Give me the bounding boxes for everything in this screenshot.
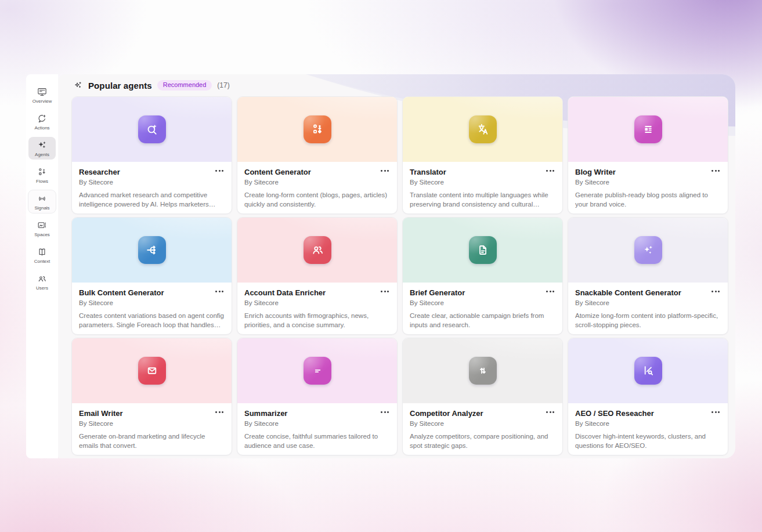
agent-card-researcher[interactable]: Researcher By Sitecore Advanced market r… bbox=[71, 96, 232, 214]
agent-card-translator[interactable]: Translator By Sitecore Translate content… bbox=[402, 96, 563, 214]
card-menu-button[interactable] bbox=[380, 168, 390, 173]
card-title: Content Generator bbox=[244, 168, 311, 177]
card-publisher: By Sitecore bbox=[79, 420, 225, 427]
card-description: Creates content variations based on agen… bbox=[79, 312, 225, 330]
agent-card-snackable-content-generator[interactable]: Snackable Content Generator By Sitecore … bbox=[568, 217, 728, 335]
card-publisher: By Sitecore bbox=[244, 420, 390, 427]
arrows-up-down-icon bbox=[475, 363, 490, 378]
agent-icon-tile bbox=[634, 357, 662, 385]
flow-nodes-icon bbox=[37, 167, 48, 178]
card-body: Bulk Content Generator By Sitecore Creat… bbox=[72, 283, 232, 335]
agent-card-blog-writer[interactable]: Blog Writer By Sitecore Generate publish… bbox=[568, 96, 728, 214]
card-description: Generate on-brand marketing and lifecycl… bbox=[79, 432, 225, 450]
card-title: Competitor Analyzer bbox=[410, 410, 483, 418]
sidebar-item-label: Context bbox=[34, 259, 50, 264]
document-icon bbox=[475, 243, 490, 258]
search-sparkle-icon bbox=[145, 122, 160, 137]
agent-card-email-writer[interactable]: Email Writer By Sitecore Generate on-bra… bbox=[71, 338, 232, 455]
card-publisher: By Sitecore bbox=[79, 179, 225, 186]
card-menu-button[interactable] bbox=[545, 168, 555, 173]
sidebar-item-agents[interactable]: Agents bbox=[28, 137, 56, 160]
sparkles-icon bbox=[37, 140, 48, 151]
agent-icon-tile bbox=[138, 357, 166, 385]
card-menu-button[interactable] bbox=[214, 289, 225, 294]
card-menu-button[interactable] bbox=[380, 289, 390, 294]
card-banner bbox=[237, 338, 397, 403]
card-publisher: By Sitecore bbox=[575, 179, 721, 186]
broadcast-icon bbox=[37, 193, 48, 204]
fan-out-icon bbox=[145, 243, 160, 258]
card-description: Create clear, actionable campaign briefs… bbox=[410, 312, 555, 330]
sidebar-item-label: Agents bbox=[35, 153, 49, 157]
workflow-icon bbox=[310, 122, 325, 137]
sidebar-item-label: Overview bbox=[32, 99, 52, 104]
card-description: Analyze competitors, compare positioning… bbox=[410, 432, 555, 450]
card-title: AEO / SEO Reseacher bbox=[575, 410, 654, 418]
card-body: Brief Generator By Sitecore Create clear… bbox=[403, 283, 562, 335]
translate-icon bbox=[475, 122, 490, 137]
card-title: Blog Writer bbox=[575, 168, 616, 177]
agent-icon-tile bbox=[469, 236, 497, 264]
agent-card-bulk-content-generator[interactable]: Bulk Content Generator By Sitecore Creat… bbox=[71, 217, 232, 335]
agent-icon-tile bbox=[634, 236, 662, 264]
agent-card-account-data-enricher[interactable]: Account Data Enricher By Sitecore Enrich… bbox=[237, 217, 398, 335]
agent-card-summarizer[interactable]: Summarizer By Sitecore Create concise, f… bbox=[237, 338, 398, 455]
agent-card-brief-generator[interactable]: Brief Generator By Sitecore Create clear… bbox=[402, 217, 563, 335]
agent-icon-tile bbox=[634, 115, 662, 143]
card-body: AEO / SEO Reseacher By Sitecore Discover… bbox=[568, 403, 728, 455]
agent-card-competitor-analyzer[interactable]: Competitor Analyzer By Sitecore Analyze … bbox=[402, 338, 563, 455]
sidebar-item-actions[interactable]: Actions bbox=[28, 110, 56, 133]
card-publisher: By Sitecore bbox=[244, 179, 390, 186]
card-title: Account Data Enricher bbox=[244, 289, 326, 298]
card-body: Email Writer By Sitecore Generate on-bra… bbox=[72, 403, 232, 455]
agents-grid: Researcher By Sitecore Advanced market r… bbox=[58, 91, 735, 455]
sidebar-item-flows[interactable]: Flows bbox=[28, 164, 56, 186]
card-menu-button[interactable] bbox=[380, 410, 390, 415]
card-title: Translator bbox=[410, 168, 446, 177]
agents-count: (17) bbox=[217, 81, 229, 89]
sidebar-item-label: Users bbox=[36, 286, 48, 291]
seo-research-icon bbox=[641, 363, 656, 378]
card-banner bbox=[72, 338, 232, 403]
card-banner bbox=[403, 338, 562, 403]
users-icon bbox=[310, 243, 325, 258]
card-menu-button[interactable] bbox=[214, 410, 225, 415]
card-title: Researcher bbox=[79, 168, 120, 177]
card-publisher: By Sitecore bbox=[244, 299, 390, 306]
card-menu-button[interactable] bbox=[214, 168, 225, 173]
summary-lines-icon bbox=[310, 363, 325, 378]
card-description: Discover high-intent keywords, clusters,… bbox=[575, 432, 721, 450]
sidebar-item-users[interactable]: Users bbox=[28, 270, 56, 293]
chat-plus-icon bbox=[37, 113, 48, 124]
card-menu-button[interactable] bbox=[710, 410, 721, 415]
card-description: Create concise, faithful summaries tailo… bbox=[244, 432, 390, 450]
card-banner bbox=[72, 97, 232, 162]
agent-icon-tile bbox=[138, 115, 166, 143]
card-body: Researcher By Sitecore Advanced market r… bbox=[72, 162, 232, 214]
card-banner bbox=[237, 218, 397, 283]
card-body: Translator By Sitecore Translate content… bbox=[403, 162, 562, 214]
sidebar: Overview Actions Agents Flows Signals bbox=[26, 74, 58, 458]
card-menu-button[interactable] bbox=[545, 410, 555, 415]
sidebar-item-spaces[interactable]: Spaces bbox=[28, 217, 56, 240]
card-title: Bulk Content Generator bbox=[79, 289, 164, 298]
sidebar-item-label: Actions bbox=[34, 126, 49, 131]
card-body: Snackable Content Generator By Sitecore … bbox=[568, 283, 728, 335]
sidebar-item-signals[interactable]: Signals bbox=[28, 190, 56, 213]
people-icon bbox=[37, 273, 48, 284]
agent-card-aeo-seo-researcher[interactable]: AEO / SEO Reseacher By Sitecore Discover… bbox=[568, 338, 728, 455]
page-header: Popular agents Recommended (17) bbox=[58, 74, 735, 91]
card-description: Advanced market research and competitive… bbox=[79, 191, 225, 209]
sidebar-item-overview[interactable]: Overview bbox=[28, 84, 56, 106]
agent-icon-tile bbox=[469, 357, 497, 385]
card-publisher: By Sitecore bbox=[79, 299, 225, 306]
book-icon bbox=[37, 247, 48, 258]
card-publisher: By Sitecore bbox=[410, 420, 555, 427]
agent-icon-tile bbox=[304, 236, 331, 264]
agent-card-content-generator[interactable]: Content Generator By Sitecore Create lon… bbox=[237, 96, 398, 214]
card-menu-button[interactable] bbox=[710, 168, 721, 173]
card-menu-button[interactable] bbox=[545, 289, 555, 294]
sidebar-item-context[interactable]: Context bbox=[28, 244, 56, 266]
card-description: Translate content into multiple language… bbox=[410, 191, 555, 209]
card-menu-button[interactable] bbox=[710, 289, 721, 294]
